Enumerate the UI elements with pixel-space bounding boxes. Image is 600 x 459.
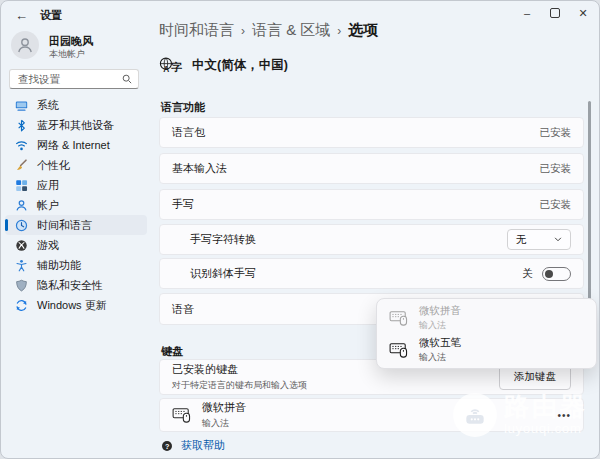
row-basic-typing: 基本输入法 已安装	[159, 153, 584, 184]
status-badge: 已安装	[540, 126, 572, 140]
toggle-group: 关	[523, 267, 572, 281]
breadcrumb: 时间和语言 › 语言 & 区域 › 选项	[159, 21, 378, 40]
accessibility-icon	[15, 259, 28, 272]
window-controls: – ✕	[513, 1, 597, 25]
monitor-icon	[15, 99, 28, 112]
breadcrumb-options: 选项	[348, 21, 378, 40]
brush-icon	[15, 159, 28, 172]
sidebar-item-label: 时间和语言	[37, 218, 92, 233]
row-italic-recognition: 识别斜体手写 关	[159, 258, 584, 289]
breadcrumb-separator: ›	[337, 24, 341, 38]
row-label: 语音	[172, 302, 194, 317]
popup-item-subtitle: 输入法	[419, 351, 461, 364]
ime-subtitle: 输入法	[202, 417, 246, 430]
settings-window: ← 设置 – ✕ 田园晚风 本地帐户	[0, 0, 600, 459]
sidebar-item-network[interactable]: 网络 & Internet	[5, 135, 147, 155]
svg-text:字: 字	[171, 61, 182, 73]
row-label: 手写	[172, 197, 194, 212]
gamepad-icon	[15, 239, 28, 252]
popup-item-wubi[interactable]: 微软五笔 输入法	[377, 334, 596, 366]
row-label: 手写字符转换	[190, 232, 256, 247]
maximize-icon	[550, 8, 560, 18]
svg-text:A: A	[163, 64, 169, 74]
handwriting-conversion-dropdown[interactable]: 无	[507, 229, 571, 250]
maximize-button[interactable]	[541, 1, 569, 25]
sidebar-item-gaming[interactable]: 游戏	[5, 235, 147, 255]
sidebar-item-label: 网络 & Internet	[37, 138, 110, 153]
sidebar-item-label: Windows 更新	[37, 298, 107, 313]
sidebar-item-accessibility[interactable]: 辅助功能	[5, 255, 147, 275]
row-label: 语言包	[172, 125, 205, 140]
status-badge: 已安装	[540, 198, 572, 212]
scrollbar-thumb[interactable]	[588, 101, 591, 309]
close-button[interactable]: ✕	[569, 1, 597, 25]
sidebar-item-label: 游戏	[37, 238, 59, 253]
italic-recognition-toggle[interactable]	[542, 267, 571, 281]
ime-keyboard-icon	[389, 310, 409, 326]
ime-keyboard-icon	[172, 407, 192, 423]
section-language-features: 语言功能	[161, 100, 205, 115]
sidebar-item-label: 应用	[37, 178, 59, 193]
sidebar-nav: 系统 蓝牙和其他设备 网络 & Internet 个性化	[5, 95, 147, 315]
sidebar-item-windows-update[interactable]: Windows 更新	[5, 295, 147, 315]
row-handwriting: 手写 已安装	[159, 189, 584, 220]
sidebar-item-bluetooth[interactable]: 蓝牙和其他设备	[5, 115, 147, 135]
row-label: 识别斜体手写	[190, 266, 256, 281]
sidebar-item-privacy[interactable]: 隐私和安全性	[5, 275, 147, 295]
search-box[interactable]	[9, 69, 139, 89]
get-help-link[interactable]: ? 获取帮助	[161, 438, 225, 453]
sidebar-item-personalization[interactable]: 个性化	[5, 155, 147, 175]
user-name: 田园晚风	[49, 34, 93, 49]
sidebar-item-accounts[interactable]: 帐户	[5, 195, 147, 215]
sidebar-item-label: 辅助功能	[37, 258, 81, 273]
ime-flyout-menu: 微软拼音 输入法 微软五笔 输入法	[376, 298, 597, 369]
language-globe-icon: A 字	[159, 56, 183, 74]
popup-item-title: 微软拼音	[419, 304, 461, 318]
ime-title: 微软拼音	[202, 400, 246, 415]
chevron-down-icon	[554, 237, 562, 242]
bluetooth-icon	[15, 119, 28, 132]
sidebar-item-time-language[interactable]: 时间和语言	[5, 215, 147, 235]
section-keyboard: 键盘	[161, 344, 183, 359]
language-name: 中文(简体，中国)	[192, 57, 288, 74]
sidebar-item-system[interactable]: 系统	[5, 95, 147, 115]
sidebar-item-label: 帐户	[37, 198, 59, 213]
search-icon	[122, 74, 132, 84]
person-silhouette-icon	[16, 36, 34, 54]
svg-text:?: ?	[165, 441, 170, 450]
breadcrumb-separator: ›	[241, 24, 245, 38]
sidebar-item-label: 蓝牙和其他设备	[37, 118, 114, 133]
installed-keyboards-title: 已安装的键盘	[172, 362, 307, 377]
popup-item-pinyin: 微软拼音 输入法	[377, 302, 596, 334]
back-button[interactable]: ←	[15, 8, 28, 23]
language-header: A 字 中文(简体，中国)	[159, 56, 288, 74]
app-title: 设置	[40, 8, 62, 23]
account-type: 本地帐户	[49, 48, 85, 61]
row-ime-pinyin: 微软拼音 输入法 •••	[159, 398, 584, 432]
row-language-pack: 语言包 已安装	[159, 117, 584, 148]
sidebar: 田园晚风 本地帐户 系统 蓝牙和其他设备	[1, 29, 151, 459]
sidebar-item-label: 隐私和安全性	[37, 278, 103, 293]
user-account[interactable]: 田园晚风 本地帐户	[11, 31, 143, 63]
help-icon: ?	[161, 440, 173, 452]
minimize-button[interactable]: –	[513, 1, 541, 25]
popup-item-title: 微软五笔	[419, 336, 461, 350]
toggle-knob	[545, 270, 553, 278]
installed-keyboards-subtitle: 对于特定语言的键布局和输入选项	[172, 379, 307, 392]
search-input[interactable]	[16, 72, 122, 86]
wifi-icon	[15, 139, 28, 152]
breadcrumb-language-region[interactable]: 语言 & 区域	[252, 21, 330, 40]
update-icon	[15, 299, 28, 312]
ime-keyboard-icon	[389, 342, 409, 358]
popup-item-subtitle: 输入法	[419, 319, 461, 332]
breadcrumb-time-language[interactable]: 时间和语言	[159, 21, 234, 40]
sidebar-item-label: 系统	[37, 98, 59, 113]
avatar	[11, 31, 39, 59]
ime-menu-button[interactable]: •••	[557, 410, 571, 421]
row-handwriting-conversion: 手写字符转换 无	[159, 224, 584, 255]
status-badge: 已安装	[540, 162, 572, 176]
sidebar-item-label: 个性化	[37, 158, 70, 173]
dropdown-value: 无	[516, 233, 527, 247]
person-icon	[15, 199, 28, 212]
sidebar-item-apps[interactable]: 应用	[5, 175, 147, 195]
